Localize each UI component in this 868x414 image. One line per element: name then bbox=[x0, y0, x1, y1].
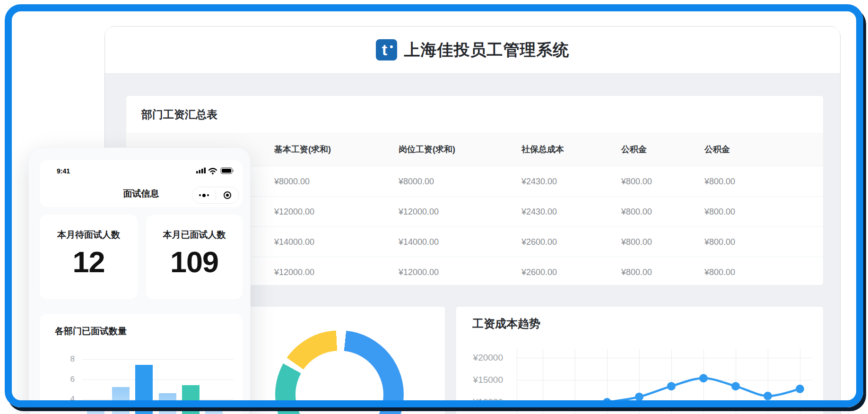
y-tick-label: 8 bbox=[59, 354, 75, 364]
bar bbox=[112, 387, 130, 414]
phone-header-card: 9:41 面试信息 bbox=[40, 160, 243, 207]
table-cell: ¥800.00 bbox=[704, 207, 735, 216]
gridline bbox=[82, 359, 234, 360]
table-cell: ¥12000.00 bbox=[399, 207, 439, 216]
table-cell: ¥12000.00 bbox=[274, 267, 314, 277]
logo-letter: t bbox=[382, 42, 387, 58]
trend-plot-area bbox=[517, 349, 813, 414]
gridline bbox=[82, 380, 234, 380]
table-cell: ¥14000.00 bbox=[274, 237, 314, 247]
stat-value: 12 bbox=[40, 245, 138, 279]
bar-plot-area bbox=[82, 314, 234, 414]
table-cell: ¥8000.00 bbox=[274, 176, 310, 186]
stat-card-pending: 本月待面试人数 12 bbox=[40, 215, 138, 299]
table-cell: ¥800.00 bbox=[621, 267, 652, 277]
battery-icon bbox=[221, 168, 234, 174]
donut-chart bbox=[275, 330, 404, 414]
wechat-capsule bbox=[192, 187, 239, 204]
stat-label: 本月已面试人数 bbox=[146, 229, 243, 241]
stat-card-done: 本月已面试人数 109 bbox=[146, 215, 243, 299]
bar bbox=[87, 405, 104, 414]
y-tick-label: 6 bbox=[59, 375, 75, 384]
trend-line-svg bbox=[517, 349, 813, 414]
column-header: 基本工资(求和) bbox=[274, 144, 331, 155]
y-tick-label: ¥10000 bbox=[456, 397, 503, 407]
y-tick-label: ¥15000 bbox=[456, 375, 503, 385]
stat-label: 本月待面试人数 bbox=[40, 229, 138, 241]
phone-mockup: 9:41 面试信息 bbox=[28, 147, 251, 414]
record-icon bbox=[224, 191, 231, 199]
data-point bbox=[667, 382, 676, 390]
status-icons bbox=[196, 166, 234, 177]
record-button[interactable] bbox=[216, 187, 239, 203]
signal-icon bbox=[196, 168, 206, 174]
table-cell: ¥14000.00 bbox=[399, 237, 439, 247]
app-title: 上海佳投员工管理系统 bbox=[404, 39, 570, 61]
trend-chart-title: 工资成本趋势 bbox=[472, 316, 540, 331]
column-header: 社保总成本 bbox=[521, 144, 564, 155]
wifi-dot bbox=[212, 172, 214, 174]
bar bbox=[205, 405, 223, 414]
gridline bbox=[82, 399, 234, 400]
table-cell: ¥2600.00 bbox=[521, 237, 557, 247]
table-cell: ¥8000.00 bbox=[399, 176, 434, 186]
data-point bbox=[603, 398, 611, 406]
y-tick-label: 4 bbox=[59, 395, 75, 404]
bar bbox=[159, 393, 176, 414]
table-cell: ¥800.00 bbox=[621, 237, 652, 247]
data-point bbox=[731, 382, 740, 390]
table-cell: ¥800.00 bbox=[704, 176, 735, 186]
table-cell: ¥800.00 bbox=[704, 237, 735, 247]
data-point bbox=[764, 392, 772, 400]
table-cell: ¥2600.00 bbox=[521, 267, 557, 277]
app-logo-icon: t bbox=[376, 39, 397, 60]
table-cell: ¥2430.00 bbox=[521, 176, 557, 186]
donut-hole bbox=[295, 351, 383, 414]
stat-value: 109 bbox=[146, 245, 243, 279]
status-time: 9:41 bbox=[57, 167, 70, 175]
bar bbox=[182, 385, 200, 414]
app-header: t 上海佳投员工管理系统 bbox=[105, 26, 840, 74]
trend-chart-card: 工资成本趋势 ¥20000¥15000¥10000 bbox=[456, 307, 823, 414]
table-cell: ¥12000.00 bbox=[274, 207, 314, 216]
more-icon bbox=[199, 194, 209, 197]
table-cell: ¥800.00 bbox=[621, 176, 652, 186]
data-point bbox=[699, 374, 708, 382]
data-point bbox=[635, 393, 643, 401]
table-cell: ¥800.00 bbox=[621, 207, 652, 216]
phone-bar-chart-card: 各部门已面试数量 864 bbox=[40, 314, 243, 414]
table-cell: ¥800.00 bbox=[704, 267, 735, 277]
salary-table-title: 部门工资汇总表 bbox=[126, 96, 823, 133]
data-point bbox=[796, 385, 804, 393]
column-header: 公积金 bbox=[621, 144, 647, 155]
wifi-icon bbox=[209, 169, 217, 172]
table-cell: ¥2430.00 bbox=[521, 207, 557, 216]
more-button[interactable] bbox=[192, 187, 216, 203]
y-tick-label: ¥20000 bbox=[456, 353, 503, 363]
bar bbox=[135, 365, 153, 414]
table-cell: ¥12000.00 bbox=[399, 267, 439, 277]
column-header: 公积金 bbox=[704, 144, 730, 155]
logo-dot bbox=[390, 45, 393, 48]
column-header: 岗位工资(求和) bbox=[399, 144, 455, 155]
